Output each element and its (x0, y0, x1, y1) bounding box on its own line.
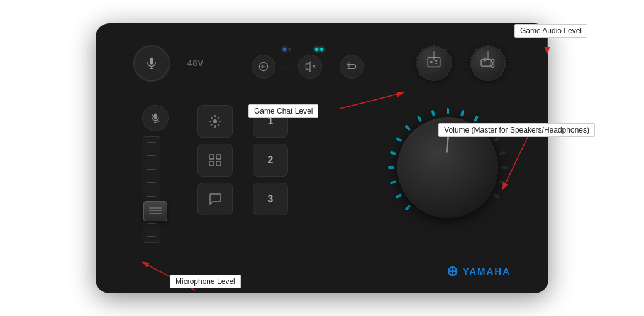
48v-label: 48V (187, 58, 204, 68)
fx-grid-button[interactable] (197, 144, 233, 177)
grip-line (149, 213, 162, 214)
game-chat-level-label: Game Chat Level (248, 104, 318, 118)
page-wrapper: 48V (0, 0, 644, 316)
fx-buttons-column (197, 105, 233, 215)
loop-button[interactable] (340, 55, 364, 79)
fader-tick (147, 142, 156, 143)
fader-tick (147, 155, 156, 156)
svg-rect-17 (209, 155, 214, 159)
svg-rect-19 (209, 161, 214, 166)
fx-chat-button[interactable] (197, 183, 233, 215)
arc-led-2 (396, 193, 402, 198)
fader-tick (147, 196, 156, 197)
svg-rect-8 (481, 59, 491, 66)
fader-track (143, 136, 160, 243)
channel-2-button[interactable]: 2 (253, 144, 288, 177)
input1-button[interactable] (252, 55, 275, 79)
arc-led-14 (494, 136, 501, 141)
mic-mute-button[interactable] (142, 105, 169, 131)
mute-button-center[interactable] (298, 55, 322, 79)
arc-led-12 (474, 115, 479, 122)
svg-rect-6 (428, 57, 440, 67)
svg-rect-20 (216, 161, 221, 166)
led-hp (315, 48, 318, 51)
arc-led-4 (388, 166, 394, 169)
svg-point-10 (491, 65, 494, 67)
grip-line (149, 210, 162, 212)
fader-tick (147, 236, 156, 237)
led-mon (320, 48, 323, 51)
led-ch1 (283, 48, 286, 51)
arc-led-7 (404, 124, 411, 131)
game-audio-level-knob[interactable] (470, 46, 506, 81)
yamaha-logo: ⊕ YAMAHA (447, 263, 511, 280)
arc-led-18 (494, 193, 501, 198)
arc-led-10 (447, 108, 449, 114)
arc-led-15 (499, 151, 506, 155)
fader-handle[interactable] (143, 201, 167, 221)
fader-tick (147, 169, 156, 170)
channel-leds (283, 48, 332, 51)
grip-line (149, 207, 162, 209)
arc-led-6 (396, 136, 402, 141)
top-row: 48V (133, 41, 511, 86)
arc-led-11 (460, 109, 464, 116)
svg-point-16 (213, 119, 217, 123)
svg-rect-18 (216, 155, 221, 159)
arc-led-1 (404, 204, 411, 210)
fx-sparkle-button[interactable] (197, 105, 233, 138)
channel-select-buttons: 1 2 3 (253, 105, 288, 215)
arc-led-5 (390, 151, 397, 155)
fader-tick (147, 182, 156, 183)
right-knobs-row (411, 41, 511, 86)
yamaha-brand-text: YAMAHA (463, 266, 511, 276)
arc-led-9 (431, 109, 435, 116)
volume-master-label: Volume (Master for Speakers/Headphones) (438, 123, 595, 137)
fader-tick (147, 223, 156, 224)
game-audio-knob-wrapper (465, 41, 511, 86)
channel-dash: — (282, 61, 292, 72)
arc-led-8 (417, 115, 422, 122)
game-chat-knob-wrapper (411, 41, 457, 86)
channel-3-button[interactable]: 3 (253, 183, 288, 215)
yamaha-tuning-fork-icon: ⊕ (447, 263, 459, 280)
microphone-level-label: Microphone Level (170, 275, 241, 288)
channel-buttons-row: — (252, 55, 364, 79)
svg-point-7 (430, 60, 433, 63)
arc-led-17 (499, 180, 506, 184)
channel-strip: — (216, 48, 399, 79)
device-body: 48V (96, 23, 548, 293)
led-ch2 (288, 48, 291, 51)
fader-column (133, 105, 177, 243)
game-audio-level-label: Game Audio Level (514, 24, 587, 38)
arc-led-3 (390, 180, 397, 184)
fader-track-area (143, 136, 168, 243)
svg-rect-0 (150, 57, 153, 64)
fader-grip (149, 207, 162, 214)
mic-button-top[interactable] (133, 45, 170, 82)
arc-led-16 (501, 166, 508, 169)
game-chat-level-knob[interactable] (416, 46, 452, 81)
svg-point-9 (491, 59, 494, 62)
